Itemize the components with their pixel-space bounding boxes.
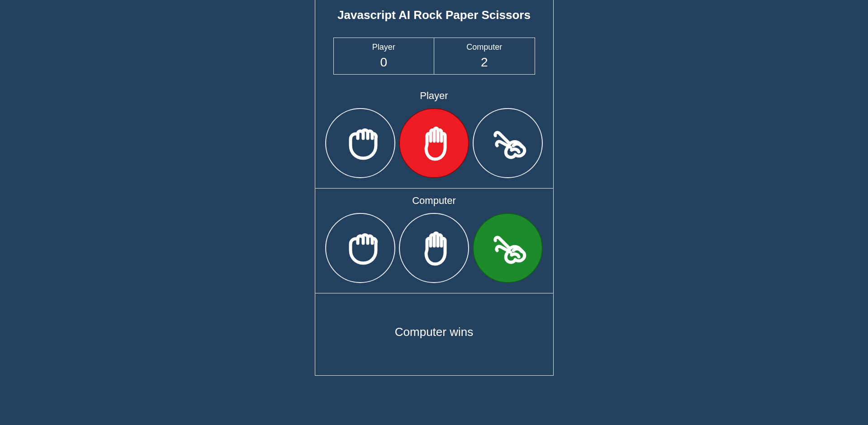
- player-section-label: Player: [420, 90, 448, 102]
- computer-choice-rock: [325, 213, 395, 283]
- computer-choice-scissors: [473, 213, 543, 283]
- computer-choice-paper: [399, 213, 469, 283]
- computer-section-label: Computer: [412, 195, 456, 207]
- rock-icon: [338, 225, 383, 270]
- player-choices: [325, 108, 543, 178]
- player-choice-scissors[interactable]: [473, 108, 543, 178]
- computer-score-cell: Computer 2: [434, 38, 535, 74]
- rock-icon: [338, 120, 383, 165]
- paper-icon: [412, 120, 457, 165]
- player-choice-rock[interactable]: [325, 108, 395, 178]
- computer-score-label: Computer: [434, 42, 535, 52]
- result-section: Computer wins: [315, 293, 553, 375]
- player-score-label: Player: [334, 42, 434, 52]
- player-score-value: 0: [334, 55, 434, 70]
- computer-score-value: 2: [434, 55, 535, 70]
- scissors-icon: [485, 225, 531, 270]
- player-section: Player: [315, 84, 553, 188]
- player-score-cell: Player 0: [334, 38, 434, 74]
- scissors-icon: [485, 120, 531, 165]
- computer-section: Computer: [315, 188, 553, 293]
- paper-icon: [412, 225, 457, 270]
- player-choice-paper[interactable]: [399, 108, 469, 178]
- game-title: Javascript AI Rock Paper Scissors: [315, 0, 553, 26]
- scoreboard: Player 0 Computer 2: [315, 26, 553, 84]
- game-panel: Javascript AI Rock Paper Scissors Player…: [315, 0, 554, 376]
- computer-choices: [325, 213, 543, 283]
- result-message: Computer wins: [320, 325, 549, 339]
